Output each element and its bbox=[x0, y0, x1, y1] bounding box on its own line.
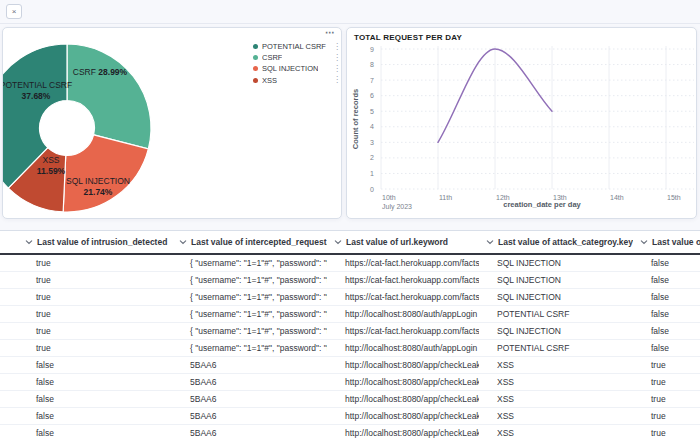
table-row: false 5BAA6 http://localhost:8080/app/ch… bbox=[0, 391, 700, 408]
chart-legend: POTENTIAL CSRF ⋮ CSRF ⋮ SQL INJECTION ⋮ … bbox=[253, 41, 341, 86]
cell-intrusion-detected: false bbox=[18, 394, 172, 404]
cell-flag: false bbox=[633, 258, 700, 268]
legend-item-menu-icon[interactable]: ⋮ bbox=[333, 43, 341, 51]
legend-label: POTENTIAL CSRF bbox=[262, 42, 326, 51]
top-toolbar: × bbox=[0, 0, 700, 24]
svg-text:3: 3 bbox=[370, 139, 374, 146]
cell-intrusion-detected: true bbox=[18, 292, 172, 302]
legend-item-potential-csrf[interactable]: POTENTIAL CSRF ⋮ bbox=[253, 41, 341, 52]
table-header-cell[interactable]: Last value of intercepted_request.keywor… bbox=[172, 237, 327, 247]
cell-attack-category: XSS bbox=[479, 411, 633, 421]
table-header-cell[interactable]: Last value of intrusion_detected bbox=[18, 237, 172, 247]
cell-flag: true bbox=[633, 394, 700, 404]
legend-item-menu-icon[interactable]: ⋮ bbox=[333, 54, 341, 62]
table-header-cell[interactable]: Last value of url.keyword bbox=[327, 237, 479, 247]
legend-dot bbox=[253, 78, 258, 83]
table-header-row: Last value of intrusion_detected Last va… bbox=[0, 231, 700, 255]
table-row: false 5BAA6 http://localhost:8080/app/ch… bbox=[0, 357, 700, 374]
chevron-down-icon[interactable] bbox=[640, 238, 648, 246]
cell-intercepted-request: { "username": "1=1"#", "password": "test… bbox=[172, 326, 327, 336]
cell-attack-category: XSS bbox=[479, 360, 633, 370]
cell-intercepted-request: { "username": "1=1"#", "password": "test… bbox=[172, 343, 327, 353]
x-axis-title: creation_date per day bbox=[503, 200, 581, 209]
cell-url: https://cat-fact.herokuapp.com/facts/ bbox=[327, 326, 479, 336]
column-header-label: Last value of url.keyword bbox=[346, 237, 448, 247]
cell-flag: false bbox=[633, 275, 700, 285]
legend-item-menu-icon[interactable]: ⋮ bbox=[333, 76, 341, 84]
svg-text:10th: 10th bbox=[382, 194, 396, 201]
cell-url: http://localhost:8080/app/checkLeaked bbox=[327, 411, 479, 421]
cell-attack-category: POTENTIAL CSRF bbox=[479, 309, 633, 319]
legend-label: SQL INJECTION bbox=[262, 64, 318, 73]
legend-item-xss[interactable]: XSS ⋮ bbox=[253, 75, 341, 86]
cell-intrusion-detected: false bbox=[18, 428, 172, 438]
cell-flag: false bbox=[633, 326, 700, 336]
cell-attack-category: XSS bbox=[479, 428, 633, 438]
cell-intrusion-detected: false bbox=[18, 377, 172, 387]
cell-flag: true bbox=[633, 428, 700, 438]
svg-text:8: 8 bbox=[370, 61, 374, 68]
attack-category-pie-panel: CSRF 28.99% POTENTIAL CSRF37.68% XSS11.5… bbox=[2, 27, 342, 219]
chevron-down-icon[interactable] bbox=[334, 238, 342, 246]
cell-intrusion-detected: false bbox=[18, 360, 172, 370]
table-row: true { "username": "1=1"#", "password": … bbox=[0, 289, 700, 306]
cell-intercepted-request: 5BAA6 bbox=[172, 428, 327, 438]
table-body: true { "username": "1=1"#", "password": … bbox=[0, 255, 700, 440]
svg-text:4: 4 bbox=[370, 123, 374, 130]
cell-intercepted-request: { "username": "1=1"#", "password": "test… bbox=[172, 292, 327, 302]
cell-intrusion-detected: true bbox=[18, 275, 172, 285]
cell-url: http://localhost:8080/app/checkLeaked bbox=[327, 360, 479, 370]
cell-intrusion-detected: false bbox=[18, 411, 172, 421]
chevron-down-icon[interactable] bbox=[486, 238, 494, 246]
cell-intrusion-detected: true bbox=[18, 258, 172, 268]
svg-text:July 2023: July 2023 bbox=[382, 203, 412, 211]
line-chart: 10th11th12th13th14th15th0123456789July 2… bbox=[347, 28, 696, 218]
cell-attack-category: SQL INJECTION bbox=[479, 275, 633, 285]
cell-attack-category: XSS bbox=[479, 377, 633, 387]
column-header-label: Last value of intrusion_detected bbox=[37, 237, 167, 247]
svg-text:14th: 14th bbox=[610, 194, 624, 201]
chevron-down-icon[interactable] bbox=[179, 238, 187, 246]
cell-intercepted-request: { "username": "1=1"#", "password": "test… bbox=[172, 309, 327, 319]
y-axis-title: Count of records bbox=[351, 89, 360, 149]
legend-item-sql-injection[interactable]: SQL INJECTION ⋮ bbox=[253, 63, 341, 74]
table-header-cell[interactable]: Last value of bl bbox=[633, 237, 700, 247]
cell-url: https://cat-fact.herokuapp.com/facts/ bbox=[327, 292, 479, 302]
cell-flag: false bbox=[633, 343, 700, 353]
cell-flag: false bbox=[633, 309, 700, 319]
column-header-label: Last value of attack_categroy.keyword bbox=[498, 237, 633, 247]
svg-text:2: 2 bbox=[370, 154, 374, 161]
cell-intrusion-detected: true bbox=[18, 343, 172, 353]
line-grid: 10th11th12th13th14th15th0123456789July 2… bbox=[370, 46, 694, 212]
cell-url: https://cat-fact.herokuapp.com/facts/ ; bbox=[327, 275, 479, 285]
cell-intercepted-request: { "username": "1=1"#", "password": "test… bbox=[172, 275, 327, 285]
legend-item-menu-icon[interactable]: ⋮ bbox=[333, 65, 341, 73]
chevron-down-icon[interactable] bbox=[25, 238, 33, 246]
table-header-cell[interactable]: Last value of attack_categroy.keyword bbox=[479, 237, 633, 247]
legend-dot bbox=[253, 66, 258, 71]
table-row: true { "username": "1=1"#", "password": … bbox=[0, 255, 700, 272]
chart-title: TOTAL REQUEST PER DAY bbox=[354, 33, 462, 42]
panel-options-icon[interactable]: ⋯ bbox=[325, 27, 336, 39]
legend-item-csrf[interactable]: CSRF ⋮ bbox=[253, 52, 341, 63]
table-row: true { "username": "1=1"#", "password": … bbox=[0, 323, 700, 340]
pie-slice-csrf[interactable] bbox=[67, 44, 151, 149]
cell-url: http://localhost:8080/auth/appLogin bbox=[327, 343, 479, 353]
total-request-per-day-panel: TOTAL REQUEST PER DAY 10th11th12th13th14… bbox=[346, 27, 697, 219]
column-header-label: Last value of bl bbox=[652, 237, 700, 247]
table-row: true { "username": "1=1"#", "password": … bbox=[0, 340, 700, 357]
svg-text:0: 0 bbox=[370, 186, 374, 193]
legend-dot bbox=[253, 44, 258, 49]
legend-dot bbox=[253, 55, 258, 60]
table-row: false 5BAA6 http://localhost:8080/app/ch… bbox=[0, 374, 700, 391]
cell-attack-category: SQL INJECTION bbox=[479, 326, 633, 336]
cell-url: http://localhost:8080/app/checkLeaked bbox=[327, 428, 479, 438]
table-row: true { "username": "1=1"#", "password": … bbox=[0, 306, 700, 323]
pie-slice-sql-injection[interactable] bbox=[63, 135, 148, 212]
cell-intrusion-detected: true bbox=[18, 309, 172, 319]
data-table-panel: Last value of intrusion_detected Last va… bbox=[0, 230, 700, 440]
cell-intercepted-request: { "username": "1=1"#", "password": "test… bbox=[172, 258, 327, 268]
column-header-label: Last value of intercepted_request.keywor… bbox=[191, 237, 327, 247]
collapse-panel-button[interactable]: × bbox=[6, 4, 22, 19]
legend-label: XSS bbox=[262, 76, 277, 85]
